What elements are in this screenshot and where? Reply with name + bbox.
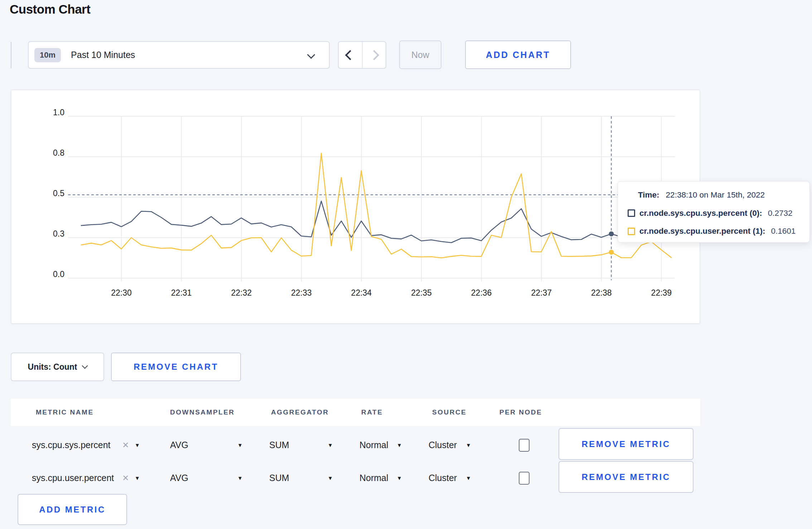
chevron-right-icon [369,50,379,60]
tooltip-time-value: 22:38:10 on Mar 15th, 2022 [666,190,765,200]
add-chart-button[interactable]: ADD CHART [465,40,571,69]
series-swatch-icon [628,228,635,235]
svg-text:0.0: 0.0 [53,270,64,279]
col-header-metric-name: METRIC NAME [36,399,94,426]
tooltip-series-value: 0.1601 [771,227,796,236]
time-range-label: Past 10 Minutes [71,50,135,60]
svg-text:0.5: 0.5 [53,189,64,198]
aggregator-dropdown-icon[interactable]: ▼ [328,432,333,457]
svg-text:22:36: 22:36 [471,288,492,297]
tooltip-time-row: Time: 22:38:10 on Mar 15th, 2022 [628,188,802,203]
svg-text:0.3: 0.3 [53,229,64,238]
source-select[interactable]: Cluster [429,465,457,490]
svg-text:22:37: 22:37 [531,288,552,297]
series-swatch-icon [628,209,635,217]
tooltip-series-row: cr.node.sys.cpu.sys.percent (0): 0.2732 [628,206,802,221]
tooltip-series-value: 0.2732 [768,209,793,218]
time-range-selector[interactable]: 10m Past 10 Minutes [28,41,330,69]
tooltip-series-row: cr.node.sys.cpu.user.percent (1): 0.1601 [628,224,802,239]
downsampler-dropdown-icon[interactable]: ▼ [237,432,243,457]
chart-tooltip: Time: 22:38:10 on Mar 15th, 2022 cr.node… [618,181,810,243]
tooltip-series-label: cr.node.sys.cpu.user.percent (1): [639,227,765,236]
metric-name-value[interactable]: sys.cpu.user.percent [32,465,114,490]
rate-select[interactable]: Normal [359,465,388,490]
aggregator-select[interactable]: SUM [269,432,289,457]
svg-text:22:39: 22:39 [651,288,672,297]
svg-text:1.0: 1.0 [53,108,64,117]
svg-text:22:34: 22:34 [351,288,372,297]
downsampler-dropdown-icon[interactable]: ▼ [237,465,243,490]
tooltip-series-label: cr.node.sys.cpu.sys.percent (0): [639,209,762,218]
units-label: Units: Count [28,362,77,372]
chevron-down-icon [307,51,315,59]
now-button[interactable]: Now [399,40,441,69]
rate-select[interactable]: Normal [359,432,388,457]
source-dropdown-icon[interactable]: ▼ [466,465,471,490]
svg-text:22:33: 22:33 [291,288,312,297]
svg-text:0.8: 0.8 [53,148,64,157]
svg-text:22:38: 22:38 [591,288,612,297]
col-header-aggregator: AGGREGATOR [271,399,329,426]
col-header-downsampler: DOWNSAMPLER [170,399,235,426]
chart-card[interactable]: 0.00.30.50.81.022:3022:3122:3222:3322:34… [11,89,700,324]
time-forward-button[interactable] [362,42,386,68]
time-nav-group [338,41,386,69]
col-header-source: SOURCE [432,399,467,426]
col-header-rate: RATE [361,399,383,426]
metric-dropdown-icon[interactable]: ▼ [135,465,140,490]
timeseries-plot[interactable]: 0.00.30.50.81.022:3022:3122:3222:3322:34… [11,89,700,324]
svg-text:22:31: 22:31 [171,288,192,297]
tooltip-time-label: Time: [638,190,659,200]
rate-dropdown-icon[interactable]: ▼ [397,465,402,490]
time-back-button[interactable] [339,42,362,68]
per-node-checkbox[interactable] [519,472,530,485]
units-select[interactable]: Units: Count [11,353,104,381]
metric-dropdown-icon[interactable]: ▼ [135,432,140,457]
source-dropdown-icon[interactable]: ▼ [466,432,471,457]
svg-text:22:30: 22:30 [111,288,132,297]
source-select[interactable]: Cluster [429,432,457,457]
col-header-per-node: PER NODE [499,399,542,426]
downsampler-select[interactable]: AVG [170,432,188,457]
metrics-table-header: METRIC NAME DOWNSAMPLER AGGREGATOR RATE … [11,399,700,426]
toolbar-divider [11,42,11,68]
page-title: Custom Chart [10,2,90,16]
downsampler-select[interactable]: AVG [170,465,188,490]
chevron-left-icon [345,50,355,60]
rate-dropdown-icon[interactable]: ▼ [397,432,402,457]
svg-text:22:32: 22:32 [231,288,252,297]
remove-tag-icon[interactable]: × [122,465,129,490]
metric-name-value[interactable]: sys.cpu.sys.percent [32,432,111,457]
aggregator-select[interactable]: SUM [269,465,289,490]
per-node-checkbox[interactable] [519,439,530,452]
remove-metric-button[interactable]: REMOVE METRIC [559,461,693,493]
aggregator-dropdown-icon[interactable]: ▼ [328,465,333,490]
chevron-down-icon [82,363,88,369]
remove-metric-button[interactable]: REMOVE METRIC [559,428,693,460]
time-range-badge: 10m [34,48,61,62]
remove-chart-button[interactable]: REMOVE CHART [111,353,241,381]
add-metric-button[interactable]: ADD METRIC [18,494,127,525]
remove-tag-icon[interactable]: × [122,432,129,457]
svg-text:22:35: 22:35 [411,288,432,297]
